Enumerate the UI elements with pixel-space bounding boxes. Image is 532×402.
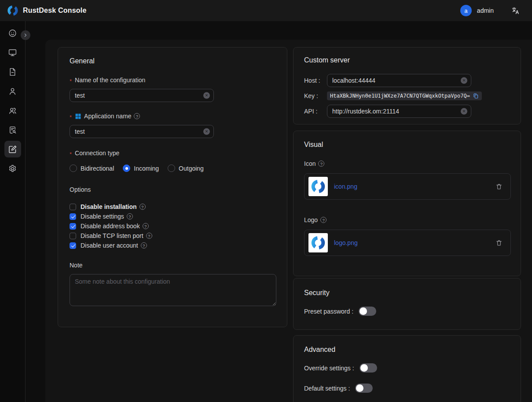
main-area: General * Name of the configuration ✕ * … [26, 21, 532, 402]
app-title: RustDesk Console [23, 7, 87, 15]
sidebar-item-smiley[interactable] [4, 25, 21, 41]
connection-type-group: Bidirectional Incoming Outgoing [70, 164, 275, 172]
sidebar-expand-button[interactable] [21, 30, 30, 40]
key-value-box: HtaXBkJNHyn0e1U1jWXze7A7CN7QTGWqxkOtpaVp… [327, 91, 482, 100]
sidebar-item-configurations[interactable] [4, 141, 21, 157]
help-icon[interactable]: ? [318, 161, 324, 167]
copy-icon[interactable] [473, 93, 479, 99]
monitor-icon [8, 48, 17, 57]
app-name-input[interactable] [70, 125, 214, 138]
clear-icon[interactable]: ✕ [203, 128, 210, 135]
sidebar-item-groups[interactable] [4, 102, 21, 119]
checkbox-icon [70, 233, 76, 239]
help-icon[interactable]: ? [146, 233, 152, 239]
required-asterisk: * [70, 78, 72, 84]
checkbox-icon [70, 223, 76, 230]
help-icon[interactable]: ? [143, 223, 149, 229]
gear-icon [8, 164, 17, 173]
host-row: Host : ✕ [304, 74, 510, 87]
custom-server-title: Custom server [304, 56, 510, 64]
note-textarea[interactable] [70, 274, 276, 306]
note-label: Note [70, 262, 275, 269]
sidebar-item-documents[interactable] [4, 63, 21, 80]
chevron-right-icon [23, 33, 28, 38]
visual-title: Visual [304, 141, 510, 149]
checkbox-disable-tcp-listen-port[interactable]: Disable TCP listen port ? [70, 231, 275, 241]
icon-upload-box: icon.png [304, 173, 511, 200]
config-name-label: * Name of the configuration [70, 77, 275, 84]
radio-outgoing[interactable]: Outgoing [168, 164, 204, 172]
connection-type-label: * Connection type [70, 150, 275, 157]
sidebar-item-audit[interactable] [4, 121, 21, 138]
help-icon[interactable]: ? [320, 217, 327, 223]
rustdesk-logo-icon [7, 5, 18, 16]
radio-icon [70, 164, 77, 172]
checkbox-disable-address-book[interactable]: Disable address book ? [70, 221, 275, 231]
icon-file-link[interactable]: icon.png [334, 183, 357, 190]
file-icon [8, 67, 17, 77]
general-card: General * Name of the configuration ✕ * … [58, 47, 287, 327]
content-wrapper: General * Name of the configuration ✕ * … [45, 40, 532, 402]
key-value: HtaXBkJNHyn0e1U1jWXze7A7CN7QTGWqxkOtpaVp… [330, 93, 470, 99]
radio-incoming[interactable]: Incoming [123, 164, 159, 172]
clear-icon[interactable]: ✕ [461, 77, 467, 84]
config-name-input[interactable] [70, 89, 214, 102]
windows-icon [75, 113, 81, 120]
override-settings-label: Override settings : [304, 365, 354, 372]
security-card: Security Preset password : [293, 278, 521, 330]
checkbox-disable-user-account[interactable]: Disable user account ? [70, 241, 275, 250]
logo-thumbnail [308, 233, 328, 252]
sidebar-item-settings[interactable] [4, 160, 21, 177]
checkbox-icon [70, 204, 76, 210]
user-icon [8, 87, 17, 96]
preset-password-toggle[interactable] [359, 307, 376, 316]
checkbox-icon [70, 242, 76, 249]
options-label: Options [70, 186, 275, 193]
icon-label: Icon ? [304, 160, 510, 167]
trash-icon[interactable] [495, 183, 503, 190]
api-field: ✕ [327, 105, 471, 118]
clear-icon[interactable]: ✕ [461, 108, 467, 115]
default-settings-label: Default settings : [304, 385, 350, 392]
advanced-card: Advanced Override settings : Default set… [293, 335, 521, 402]
brand: RustDesk Console [7, 5, 87, 16]
host-input[interactable] [327, 74, 471, 87]
required-asterisk: * [70, 151, 72, 157]
default-settings-row: Default settings : [304, 384, 510, 393]
host-field: ✕ [327, 74, 471, 87]
checkbox-disable-settings[interactable]: Disable settings ? [70, 212, 275, 221]
config-name-field: ✕ [70, 89, 214, 102]
trash-icon[interactable] [495, 239, 503, 246]
visual-card: Visual Icon ? icon.png Logo ? [293, 131, 521, 276]
translate-icon[interactable] [511, 7, 520, 15]
clear-icon[interactable]: ✕ [203, 92, 210, 99]
api-row: API : ✕ [304, 105, 510, 118]
host-label: Host : [304, 77, 327, 84]
user-name[interactable]: admin [477, 7, 494, 14]
logo-label: Logo ? [304, 216, 510, 223]
default-settings-toggle[interactable] [355, 384, 373, 393]
sidebar [0, 21, 26, 402]
override-settings-toggle[interactable] [360, 363, 377, 373]
sidebar-item-users[interactable] [4, 83, 21, 99]
help-icon[interactable]: ? [127, 213, 133, 219]
override-settings-row: Override settings : [304, 363, 510, 373]
help-icon[interactable]: ? [139, 204, 146, 210]
smiley-icon [8, 29, 17, 38]
checkbox-icon [70, 213, 76, 220]
help-icon[interactable]: ? [134, 113, 140, 119]
app-name-label: * Application name ? [70, 113, 275, 120]
logo-file-link[interactable]: logo.png [334, 239, 358, 246]
required-asterisk: * [70, 114, 72, 121]
general-title: General [70, 57, 275, 65]
key-label: Key : [304, 92, 327, 99]
sidebar-item-devices[interactable] [4, 44, 21, 61]
radio-icon [123, 164, 130, 172]
help-icon[interactable]: ? [141, 242, 147, 249]
rustdesk-logo-icon [311, 179, 326, 194]
radio-bidirectional[interactable]: Bidirectional [70, 164, 114, 172]
checkbox-disable-installation[interactable]: Disable installation ? [70, 202, 275, 212]
avatar[interactable]: a [460, 5, 472, 16]
custom-server-card: Custom server Host : ✕ Key : HtaXBkJNHyn… [293, 47, 521, 124]
api-input[interactable] [327, 105, 471, 118]
